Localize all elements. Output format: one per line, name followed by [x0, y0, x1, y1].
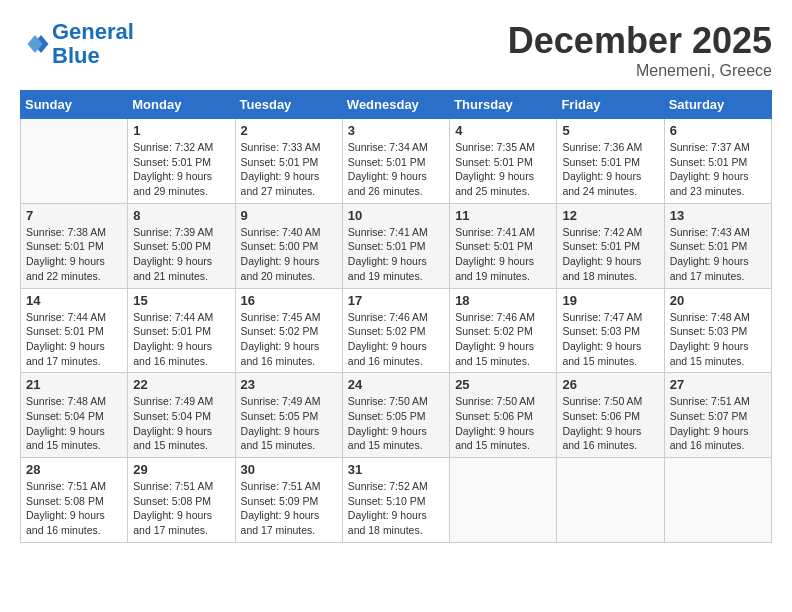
day-number: 29 — [133, 462, 229, 477]
day-number: 6 — [670, 123, 766, 138]
day-number: 11 — [455, 208, 551, 223]
day-info: Sunrise: 7:50 AMSunset: 5:06 PMDaylight:… — [562, 394, 658, 453]
week-row-5: 28Sunrise: 7:51 AMSunset: 5:08 PMDayligh… — [21, 458, 772, 543]
day-info: Sunrise: 7:49 AMSunset: 5:04 PMDaylight:… — [133, 394, 229, 453]
col-header-wednesday: Wednesday — [342, 91, 449, 119]
day-info: Sunrise: 7:46 AMSunset: 5:02 PMDaylight:… — [455, 310, 551, 369]
calendar-cell: 31Sunrise: 7:52 AMSunset: 5:10 PMDayligh… — [342, 458, 449, 543]
logo-line2: Blue — [52, 43, 100, 68]
calendar-table: SundayMondayTuesdayWednesdayThursdayFrid… — [20, 90, 772, 543]
calendar-cell: 19Sunrise: 7:47 AMSunset: 5:03 PMDayligh… — [557, 288, 664, 373]
calendar-cell: 29Sunrise: 7:51 AMSunset: 5:08 PMDayligh… — [128, 458, 235, 543]
day-info: Sunrise: 7:51 AMSunset: 5:07 PMDaylight:… — [670, 394, 766, 453]
day-info: Sunrise: 7:51 AMSunset: 5:09 PMDaylight:… — [241, 479, 337, 538]
calendar-cell: 15Sunrise: 7:44 AMSunset: 5:01 PMDayligh… — [128, 288, 235, 373]
logo-line1: General — [52, 19, 134, 44]
calendar-cell: 7Sunrise: 7:38 AMSunset: 5:01 PMDaylight… — [21, 203, 128, 288]
calendar-header-row: SundayMondayTuesdayWednesdayThursdayFrid… — [21, 91, 772, 119]
calendar-cell: 14Sunrise: 7:44 AMSunset: 5:01 PMDayligh… — [21, 288, 128, 373]
calendar-body: 1Sunrise: 7:32 AMSunset: 5:01 PMDaylight… — [21, 119, 772, 543]
day-info: Sunrise: 7:44 AMSunset: 5:01 PMDaylight:… — [133, 310, 229, 369]
day-info: Sunrise: 7:35 AMSunset: 5:01 PMDaylight:… — [455, 140, 551, 199]
day-number: 10 — [348, 208, 444, 223]
day-info: Sunrise: 7:48 AMSunset: 5:04 PMDaylight:… — [26, 394, 122, 453]
day-number: 9 — [241, 208, 337, 223]
calendar-cell: 3Sunrise: 7:34 AMSunset: 5:01 PMDaylight… — [342, 119, 449, 204]
day-info: Sunrise: 7:51 AMSunset: 5:08 PMDaylight:… — [133, 479, 229, 538]
day-info: Sunrise: 7:34 AMSunset: 5:01 PMDaylight:… — [348, 140, 444, 199]
logo-text: General Blue — [52, 20, 134, 68]
day-info: Sunrise: 7:41 AMSunset: 5:01 PMDaylight:… — [455, 225, 551, 284]
location: Menemeni, Greece — [508, 62, 772, 80]
calendar-cell: 28Sunrise: 7:51 AMSunset: 5:08 PMDayligh… — [21, 458, 128, 543]
calendar-cell: 11Sunrise: 7:41 AMSunset: 5:01 PMDayligh… — [450, 203, 557, 288]
calendar-cell — [21, 119, 128, 204]
calendar-cell: 17Sunrise: 7:46 AMSunset: 5:02 PMDayligh… — [342, 288, 449, 373]
calendar-cell — [664, 458, 771, 543]
day-number: 14 — [26, 293, 122, 308]
day-info: Sunrise: 7:40 AMSunset: 5:00 PMDaylight:… — [241, 225, 337, 284]
day-info: Sunrise: 7:36 AMSunset: 5:01 PMDaylight:… — [562, 140, 658, 199]
col-header-friday: Friday — [557, 91, 664, 119]
day-info: Sunrise: 7:42 AMSunset: 5:01 PMDaylight:… — [562, 225, 658, 284]
day-number: 3 — [348, 123, 444, 138]
col-header-thursday: Thursday — [450, 91, 557, 119]
calendar-cell: 22Sunrise: 7:49 AMSunset: 5:04 PMDayligh… — [128, 373, 235, 458]
day-info: Sunrise: 7:43 AMSunset: 5:01 PMDaylight:… — [670, 225, 766, 284]
calendar-cell — [450, 458, 557, 543]
week-row-4: 21Sunrise: 7:48 AMSunset: 5:04 PMDayligh… — [21, 373, 772, 458]
day-info: Sunrise: 7:39 AMSunset: 5:00 PMDaylight:… — [133, 225, 229, 284]
day-info: Sunrise: 7:52 AMSunset: 5:10 PMDaylight:… — [348, 479, 444, 538]
day-number: 21 — [26, 377, 122, 392]
calendar-cell: 13Sunrise: 7:43 AMSunset: 5:01 PMDayligh… — [664, 203, 771, 288]
day-info: Sunrise: 7:33 AMSunset: 5:01 PMDaylight:… — [241, 140, 337, 199]
week-row-2: 7Sunrise: 7:38 AMSunset: 5:01 PMDaylight… — [21, 203, 772, 288]
calendar-cell: 4Sunrise: 7:35 AMSunset: 5:01 PMDaylight… — [450, 119, 557, 204]
calendar-cell — [557, 458, 664, 543]
week-row-1: 1Sunrise: 7:32 AMSunset: 5:01 PMDaylight… — [21, 119, 772, 204]
day-info: Sunrise: 7:41 AMSunset: 5:01 PMDaylight:… — [348, 225, 444, 284]
calendar-cell: 25Sunrise: 7:50 AMSunset: 5:06 PMDayligh… — [450, 373, 557, 458]
day-info: Sunrise: 7:50 AMSunset: 5:06 PMDaylight:… — [455, 394, 551, 453]
day-number: 4 — [455, 123, 551, 138]
day-number: 25 — [455, 377, 551, 392]
day-number: 16 — [241, 293, 337, 308]
calendar-cell: 10Sunrise: 7:41 AMSunset: 5:01 PMDayligh… — [342, 203, 449, 288]
day-number: 19 — [562, 293, 658, 308]
day-number: 30 — [241, 462, 337, 477]
col-header-monday: Monday — [128, 91, 235, 119]
calendar-cell: 21Sunrise: 7:48 AMSunset: 5:04 PMDayligh… — [21, 373, 128, 458]
col-header-saturday: Saturday — [664, 91, 771, 119]
day-number: 7 — [26, 208, 122, 223]
calendar-cell: 5Sunrise: 7:36 AMSunset: 5:01 PMDaylight… — [557, 119, 664, 204]
logo-icon — [20, 29, 50, 59]
day-number: 26 — [562, 377, 658, 392]
day-info: Sunrise: 7:50 AMSunset: 5:05 PMDaylight:… — [348, 394, 444, 453]
day-info: Sunrise: 7:48 AMSunset: 5:03 PMDaylight:… — [670, 310, 766, 369]
calendar-cell: 12Sunrise: 7:42 AMSunset: 5:01 PMDayligh… — [557, 203, 664, 288]
calendar-cell: 24Sunrise: 7:50 AMSunset: 5:05 PMDayligh… — [342, 373, 449, 458]
day-number: 8 — [133, 208, 229, 223]
day-number: 27 — [670, 377, 766, 392]
day-number: 24 — [348, 377, 444, 392]
calendar-cell: 26Sunrise: 7:50 AMSunset: 5:06 PMDayligh… — [557, 373, 664, 458]
day-info: Sunrise: 7:44 AMSunset: 5:01 PMDaylight:… — [26, 310, 122, 369]
day-info: Sunrise: 7:47 AMSunset: 5:03 PMDaylight:… — [562, 310, 658, 369]
col-header-sunday: Sunday — [21, 91, 128, 119]
day-number: 22 — [133, 377, 229, 392]
day-number: 5 — [562, 123, 658, 138]
calendar-cell: 9Sunrise: 7:40 AMSunset: 5:00 PMDaylight… — [235, 203, 342, 288]
day-info: Sunrise: 7:45 AMSunset: 5:02 PMDaylight:… — [241, 310, 337, 369]
calendar-cell: 6Sunrise: 7:37 AMSunset: 5:01 PMDaylight… — [664, 119, 771, 204]
calendar-cell: 1Sunrise: 7:32 AMSunset: 5:01 PMDaylight… — [128, 119, 235, 204]
day-number: 17 — [348, 293, 444, 308]
calendar-cell: 8Sunrise: 7:39 AMSunset: 5:00 PMDaylight… — [128, 203, 235, 288]
calendar-cell: 16Sunrise: 7:45 AMSunset: 5:02 PMDayligh… — [235, 288, 342, 373]
title-block: December 2025 Menemeni, Greece — [508, 20, 772, 80]
day-number: 12 — [562, 208, 658, 223]
day-number: 23 — [241, 377, 337, 392]
week-row-3: 14Sunrise: 7:44 AMSunset: 5:01 PMDayligh… — [21, 288, 772, 373]
day-info: Sunrise: 7:49 AMSunset: 5:05 PMDaylight:… — [241, 394, 337, 453]
calendar-cell: 20Sunrise: 7:48 AMSunset: 5:03 PMDayligh… — [664, 288, 771, 373]
day-info: Sunrise: 7:46 AMSunset: 5:02 PMDaylight:… — [348, 310, 444, 369]
